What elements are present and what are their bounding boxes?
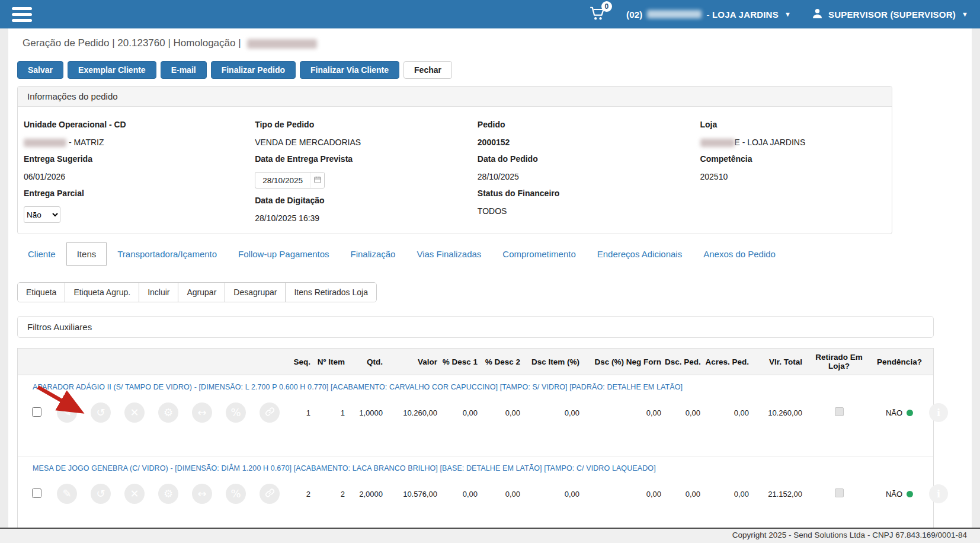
page-title: Geração de Pedido | 20.123760 | Homologa…	[23, 37, 241, 49]
menu-icon[interactable]	[12, 7, 32, 22]
store-selector[interactable]: (02) - LOJA JARDINS ▼	[626, 9, 791, 20]
items-table-header: Seq. Nº Item Qtd. Valor % Desc 1 % Desc …	[18, 349, 933, 375]
cell-dsc-ped: 0,00	[665, 408, 704, 417]
info-column-3: Pedido 2000152 Data do Pedido 28/10/2025…	[478, 113, 700, 223]
calendar-button[interactable]	[310, 172, 324, 189]
redacted-store-code	[700, 139, 735, 147]
order-tabs: Cliente Itens Transportadora/Içamento Fo…	[17, 242, 972, 266]
field-label: Status do Financeiro	[478, 189, 700, 198]
cart-button[interactable]: 0	[590, 6, 606, 23]
delete-button[interactable]: ✕	[124, 403, 145, 423]
cell-vlr-total: 10.260,00	[752, 408, 806, 417]
info-column-2: Tipo de Pedido VENDA DE MERCADORIAS Data…	[255, 113, 478, 223]
finalize-via-client-button[interactable]: Finalizar Via Cliente	[300, 61, 399, 79]
chain-link-icon	[265, 407, 275, 419]
filtros-auxiliares-toggle[interactable]: Filtros Auxiliares	[18, 317, 933, 337]
settings-button[interactable]: ⚙	[158, 484, 178, 504]
tab-cliente[interactable]: Cliente	[17, 242, 66, 266]
col-dsc-item: Dsc Item (%)	[524, 357, 583, 366]
customer-copy-button[interactable]: Exemplar Cliente	[68, 61, 156, 79]
tab-vias-finalizadas[interactable]: Vias Finalizadas	[406, 242, 492, 266]
history-button[interactable]: ↺	[91, 484, 111, 504]
edit-button[interactable]: ✎	[57, 403, 77, 423]
history-button[interactable]: ↺	[91, 403, 111, 423]
field-label: Entrega Sugerida	[24, 154, 255, 164]
transfer-button[interactable]: ↔	[192, 484, 212, 504]
discount-button[interactable]: %	[226, 403, 246, 423]
field-label: Loja	[700, 120, 880, 129]
history-icon: ↺	[96, 407, 105, 418]
info-button[interactable]: i	[929, 403, 948, 422]
finalize-order-button[interactable]: Finalizar Pedido	[211, 61, 296, 79]
link-button[interactable]	[260, 484, 280, 504]
user-menu[interactable]: SUPERVISOR (SUPERVISOR) ▼	[811, 7, 968, 21]
tab-anexos-do-pedido[interactable]: Anexos do Pedido	[693, 242, 786, 266]
row-select-checkbox[interactable]	[32, 407, 41, 417]
incluir-button[interactable]: Incluir	[139, 283, 178, 302]
tab-comprometimento[interactable]: Comprometimento	[492, 242, 586, 266]
etiqueta-button[interactable]: Etiqueta	[18, 283, 65, 302]
order-info-panel: Informações do pedido Unidade Operaciona…	[17, 86, 892, 234]
order-action-buttons: Salvar Exemplar Cliente E-mail Finalizar…	[8, 58, 972, 84]
percent-icon: %	[230, 407, 241, 418]
info-column-4: Loja E - LOJA JARDINS Competência 202510	[700, 113, 880, 223]
desagrupar-button[interactable]: Desagrupar	[225, 283, 285, 302]
info-column-1: Unidade Operacional - CD - MATRIZ Entreg…	[24, 113, 255, 223]
top-navigation-bar: 0 (02) - LOJA JARDINS ▼ SUPERVISOR (SUPE…	[0, 0, 980, 28]
tab-followup-pagamentos[interactable]: Follow-up Pagamentos	[228, 242, 340, 266]
redacted-store-name	[647, 10, 702, 18]
cell-neg-forn: 0,00	[583, 490, 665, 499]
discount-button[interactable]: %	[226, 484, 246, 504]
store-prefix: (02)	[626, 9, 642, 20]
col-desc2: % Desc 2	[481, 357, 524, 366]
user-label: SUPERVISOR (SUPERVISOR)	[828, 9, 956, 20]
col-dsc-ped: Dsc. Ped.	[665, 357, 704, 366]
row-select-checkbox[interactable]	[32, 488, 41, 498]
field-label: Pedido	[478, 120, 700, 129]
cell-valor: 10.576,00	[386, 490, 441, 499]
col-qtd: Qtd.	[348, 357, 386, 366]
email-button[interactable]: E-mail	[161, 61, 207, 79]
entrega-parcial-select[interactable]: Não	[24, 206, 60, 223]
field-label: Data de Entrega Prevista	[255, 154, 478, 164]
pedido-number: 2000152	[478, 138, 700, 147]
field-label: Tipo de Pedido	[255, 120, 478, 129]
pencil-icon: ✎	[62, 407, 71, 418]
cell-seq: 1	[289, 408, 314, 417]
edit-button[interactable]: ✎	[57, 484, 77, 504]
delete-button[interactable]: ✕	[124, 484, 145, 504]
agrupar-button[interactable]: Agrupar	[178, 283, 225, 302]
tab-finalizacao[interactable]: Finalização	[340, 242, 406, 266]
settings-button[interactable]: ⚙	[158, 403, 178, 423]
itens-retirados-loja-button[interactable]: Itens Retirados Loja	[285, 283, 376, 302]
col-valor: Valor	[386, 357, 441, 366]
field-label: Unidade Operacional - CD	[24, 120, 255, 129]
cell-seq: 2	[289, 490, 314, 499]
tab-transportadora[interactable]: Transportadora/Içamento	[107, 242, 228, 266]
unidade-operacional-value: - MATRIZ	[24, 138, 255, 147]
x-icon: ✕	[130, 488, 139, 499]
save-button[interactable]: Salvar	[17, 61, 63, 79]
data-digitacao-value: 28/10/2025 16:39	[255, 213, 478, 223]
table-row: MESA DE JOGO GENEBRA (C/ VIDRO) - [DIMEN…	[18, 456, 933, 538]
close-button[interactable]: Fechar	[403, 61, 452, 79]
x-icon: ✕	[130, 407, 139, 418]
col-acres-ped: Acres. Ped.	[704, 357, 752, 366]
footer-copyright: Copyright 2025 - Send Solutions Ltda - C…	[0, 528, 980, 543]
item-description-link[interactable]: APARADOR ADÁGIO II (S/ TAMPO DE VIDRO) -…	[18, 383, 933, 391]
cart-badge: 0	[601, 1, 612, 12]
transfer-button[interactable]: ↔	[192, 403, 212, 423]
entrega-sugerida-value: 06/01/2026	[24, 172, 255, 181]
etiqueta-agrup-button[interactable]: Etiqueta Agrup.	[65, 283, 139, 302]
link-button[interactable]	[260, 403, 280, 423]
calendar-icon	[313, 175, 322, 186]
item-action-group: Etiqueta Etiqueta Agrup. Incluir Agrupar…	[17, 282, 377, 302]
cell-desc2: 0,00	[481, 408, 524, 417]
tab-enderecos-adicionais[interactable]: Endereços Adicionais	[587, 242, 693, 266]
info-button[interactable]: i	[929, 484, 948, 503]
item-description-link[interactable]: MESA DE JOGO GENEBRA (C/ VIDRO) - [DIMEN…	[18, 464, 933, 472]
chevron-down-icon: ▼	[784, 11, 791, 18]
page-container: Geração de Pedido | 20.123760 | Homologa…	[8, 28, 972, 543]
tab-itens[interactable]: Itens	[66, 242, 107, 266]
entrega-prevista-input[interactable]	[255, 176, 310, 185]
